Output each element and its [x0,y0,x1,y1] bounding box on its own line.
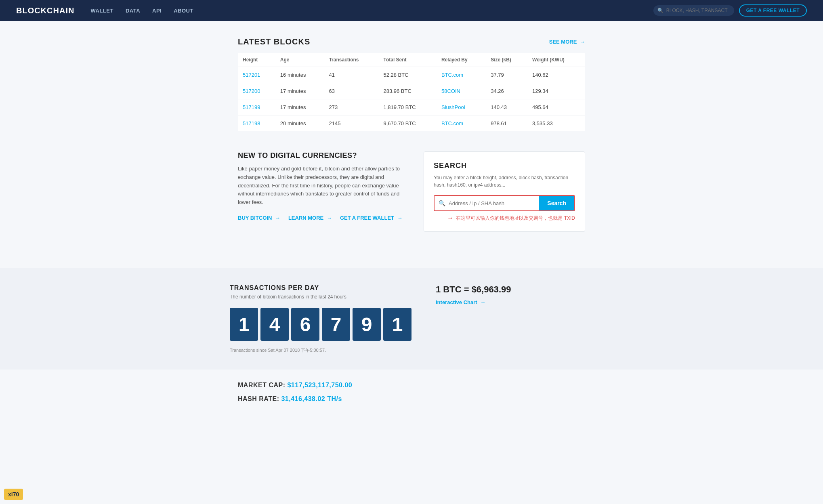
digit-box: 1 [383,308,412,341]
cell-tx: 273 [324,99,378,116]
hash-rate-value: 31,416,438.02 TH/s [281,395,342,402]
height-link[interactable]: 517198 [243,120,260,126]
cell-size: 140.43 [486,99,527,116]
transactions-desc: The number of bitcoin transactions in th… [230,294,412,300]
col-age: Age [275,53,324,67]
col-transactions: Transactions [324,53,378,67]
cell-tx: 63 [324,83,378,99]
blocks-table-body: 517201 16 minutes 41 52.28 BTC BTC.com 3… [238,67,585,132]
cell-total-sent: 52.28 BTC [378,67,437,83]
relayed-by-link[interactable]: 58COIN [441,88,460,94]
cell-age: 16 minutes [275,67,324,83]
digit-box: 7 [322,308,350,341]
search-input-inner: 🔍 [435,196,539,210]
cell-size: 34.26 [486,83,527,99]
relayed-by-link[interactable]: BTC.com [441,72,463,78]
search-input[interactable] [449,196,535,210]
digit-box: 9 [353,308,381,341]
get-wallet-link[interactable]: GET A FREE WALLET → [340,215,403,221]
cell-weight: 140.62 [527,67,585,83]
cell-size: 37.79 [486,67,527,83]
digit-display: 146791 [230,308,412,341]
search-panel: SEARCH You may enter a block height, add… [424,151,585,232]
btc-price-stats: 1 BTC = $6,963.99 Interactive Chart → [436,284,593,353]
cell-tx: 2145 [324,116,378,132]
height-link[interactable]: 517201 [243,72,260,78]
nav-api[interactable]: API [152,8,162,14]
market-cap-label: MARKET CAP: [238,382,286,388]
cell-total-sent: 9,670.70 BTC [378,116,437,132]
search-panel-desc: You may enter a block height, address, b… [434,174,575,189]
nav-wallet[interactable]: WALLET [90,8,113,14]
cell-height: 517201 [238,67,275,83]
cell-height: 517198 [238,116,275,132]
table-row: 517200 17 minutes 63 283.96 BTC 58COIN 3… [238,83,585,99]
col-height: Height [238,53,275,67]
nav-links: WALLET DATA API ABOUT [90,8,653,14]
see-more-arrow-icon: → [580,39,585,45]
action-links: BUY BITCOIN → LEARN MORE → GET A FREE WA… [238,215,407,221]
main-content: LATEST BLOCKS SEE MORE → Height Age Tran… [230,21,593,248]
blocks-table: Height Age Transactions Total Sent Relay… [238,53,585,131]
table-row: 517198 20 minutes 2145 9,670.70 BTC BTC.… [238,116,585,132]
col-size: Size (kB) [486,53,527,67]
cell-relayed-by: BTC.com [437,116,486,132]
digit-box: 1 [230,308,258,341]
relayed-by-link[interactable]: BTC.com [441,120,463,126]
learn-more-link[interactable]: LEARN MORE → [288,215,332,221]
height-link[interactable]: 517199 [243,104,260,110]
col-relayed-by: Relayed By [437,53,486,67]
blocks-table-header-row: Height Age Transactions Total Sent Relay… [238,53,585,67]
search-button[interactable]: Search [539,196,574,210]
latest-blocks-title: LATEST BLOCKS [238,37,310,46]
table-row: 517199 17 minutes 273 1,819.70 BTC Slush… [238,99,585,116]
cell-total-sent: 283.96 BTC [378,83,437,99]
hash-rate-row: HASH RATE: 31,416,438.02 TH/s [238,395,585,403]
table-row: 517201 16 minutes 41 52.28 BTC BTC.com 3… [238,67,585,83]
col-total-sent: Total Sent [378,53,437,67]
annotation-arrow-icon: → [447,214,453,222]
cell-age: 20 minutes [275,116,324,132]
height-link[interactable]: 517200 [243,88,260,94]
nav-search-input[interactable] [653,5,734,16]
nav-search-icon: 🔍 [657,8,663,13]
cell-weight: 495.64 [527,99,585,116]
btc-price: 1 BTC = $6,963.99 [436,284,593,295]
nav-about[interactable]: ABOUT [174,8,193,14]
digit-box: 4 [260,308,289,341]
hash-rate-label: HASH RATE: [238,395,279,402]
buy-bitcoin-link[interactable]: BUY BITCOIN → [238,215,280,221]
cell-weight: 129.34 [527,83,585,99]
nav-right: 🔍 GET A FREE WALLET [653,4,807,17]
search-input-row: 🔍 Search [434,195,575,211]
see-more-link[interactable]: SEE MORE → [549,39,585,45]
navbar: BLOCKCHAIN WALLET DATA API ABOUT 🔍 GET A… [0,0,823,21]
get-wallet-arrow-icon: → [397,215,403,221]
blocks-table-head: Height Age Transactions Total Sent Relay… [238,53,585,67]
col-weight: Weight (KWU) [527,53,585,67]
buy-bitcoin-arrow-icon: → [275,215,280,221]
learn-more-arrow-icon: → [327,215,332,221]
arrow-annotation: → 在这里可以输入你的钱包地址以及交易号，也就是 TXID [434,214,575,222]
cell-relayed-by: 58COIN [437,83,486,99]
since-text: Transactions since Sat Apr 07 2018 下午5:0… [230,347,412,353]
cell-height: 517200 [238,83,275,99]
relayed-by-link[interactable]: SlushPool [441,104,465,110]
annotation-text: 在这里可以输入你的钱包地址以及交易号，也就是 TXID [456,215,575,222]
cell-height: 517199 [238,99,275,116]
cell-total-sent: 1,819.70 BTC [378,99,437,116]
brand-logo: BLOCKCHAIN [16,6,74,15]
new-to-title: NEW TO DIGITAL CURRENCIES? [238,151,407,160]
nav-search-wrap: 🔍 [653,5,734,16]
stats-inner: TRANSACTIONS PER DAY The number of bitco… [230,284,593,353]
new-to-desc: Like paper money and gold before it, bit… [238,165,407,207]
cell-relayed-by: BTC.com [437,67,486,83]
cell-weight: 3,535.33 [527,116,585,132]
interactive-chart-link[interactable]: Interactive Chart → [436,299,485,305]
search-icon: 🔍 [439,200,445,206]
cell-tx: 41 [324,67,378,83]
cell-age: 17 minutes [275,99,324,116]
new-to-digital-section: NEW TO DIGITAL CURRENCIES? Like paper mo… [238,151,407,221]
nav-data[interactable]: DATA [126,8,140,14]
get-free-wallet-button[interactable]: GET A FREE WALLET [739,4,807,17]
